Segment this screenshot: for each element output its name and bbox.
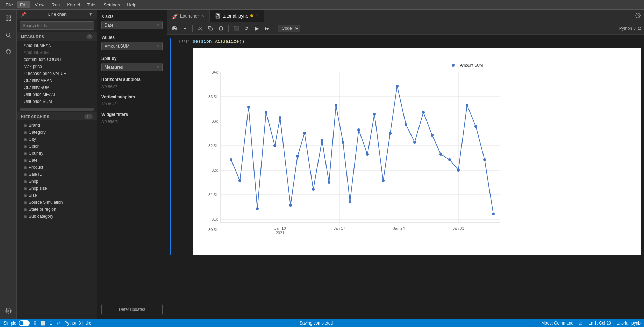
menu-edit[interactable]: Edit [17, 1, 30, 8]
cell-input[interactable]: session.visualize() [193, 37, 641, 46]
toolbar-separator-2 [228, 25, 229, 32]
list-item[interactable]: ⊞Source Simulation [17, 199, 97, 206]
hierarchy-icon: ⊞ [24, 124, 27, 127]
list-item[interactable]: Max price [17, 63, 97, 70]
menu-run[interactable]: Run [49, 1, 63, 8]
tutorial-tab-close[interactable]: × [255, 13, 258, 19]
widget-filters-label: Widget filters [101, 112, 163, 117]
menu-tabs[interactable]: Tabs [84, 1, 99, 8]
svg-rect-3 [6, 19, 8, 21]
split-by-tag[interactable]: Measures × [101, 63, 163, 71]
svg-rect-15 [220, 26, 222, 27]
measures-section-header[interactable]: MEASURES 9 [17, 32, 97, 41]
svg-point-66 [396, 85, 399, 88]
list-item[interactable]: Amount.SUM [17, 49, 97, 56]
svg-point-54 [303, 132, 306, 135]
activity-files-icon[interactable] [3, 13, 14, 24]
search-bar-container [17, 19, 97, 32]
list-item[interactable]: ⊞Sub category [17, 213, 97, 220]
restart-button[interactable]: ↺ [242, 24, 251, 33]
hierarchies-section-header[interactable]: HIERARCHIES 14 [17, 112, 97, 120]
status-num2: 1 [50, 321, 52, 326]
status-center: Saving completed [300, 321, 333, 326]
list-item[interactable]: ⊞Shop size [17, 185, 97, 192]
measures-count: 9 [86, 34, 93, 39]
list-item[interactable]: ⊞Date [17, 157, 97, 164]
values-tag[interactable]: Amount.SUM × [101, 42, 163, 50]
vertical-subplots-section: Vertical subplots No fields [101, 95, 163, 106]
svg-text:33k: 33k [212, 119, 218, 123]
menu-view[interactable]: View [32, 1, 47, 8]
list-item[interactable]: ⊞Product [17, 164, 97, 171]
svg-text:31.5k: 31.5k [208, 193, 218, 197]
activity-extensions-icon[interactable] [3, 46, 14, 57]
activity-settings-icon[interactable] [3, 305, 14, 316]
search-input[interactable] [20, 21, 94, 30]
panel-scrollbar[interactable] [20, 108, 94, 111]
list-item[interactable]: ⊞Brand [17, 122, 97, 129]
list-item[interactable]: ⊞Size [17, 192, 97, 199]
cut-button[interactable] [195, 24, 205, 33]
list-item[interactable]: ⊞Shop [17, 178, 97, 185]
svg-text:Jan 17: Jan 17 [334, 226, 345, 230]
save-button[interactable] [170, 24, 179, 33]
list-item[interactable]: ⊞Color [17, 143, 97, 150]
notebook-settings-icon[interactable] [631, 13, 644, 19]
hierarchy-icon: ⊞ [24, 152, 27, 155]
add-cell-button[interactable]: + [180, 24, 189, 33]
list-item[interactable]: ⊞State or region [17, 206, 97, 213]
values-remove-button[interactable]: × [157, 44, 159, 49]
svg-text:2021: 2021 [276, 231, 284, 235]
list-item[interactable]: Unit price.SUM [17, 98, 97, 105]
menu-help[interactable]: Help [124, 1, 139, 8]
measures-label: MEASURES [21, 35, 44, 39]
list-item[interactable]: contributors.COUNT [17, 56, 97, 63]
toggle-switch[interactable] [19, 320, 30, 326]
tab-launcher[interactable]: 🚀 Launcher × [167, 10, 210, 22]
svg-point-67 [405, 123, 407, 126]
status-icon-2: ⚙ [56, 321, 60, 326]
fast-forward-button[interactable]: ⏭ [263, 24, 272, 33]
chart-output: Amount.SUM [193, 48, 641, 255]
code-mode-select[interactable]: Code [278, 25, 300, 32]
values-label: Values [101, 35, 163, 40]
svg-point-68 [413, 141, 416, 144]
status-filename: tutorial.ipynb [617, 321, 641, 326]
list-item[interactable]: ⊞City [17, 136, 97, 143]
svg-point-75 [474, 125, 477, 128]
kernel-label: Python 3 [619, 26, 636, 31]
run-button[interactable]: ▶ [252, 24, 262, 33]
paste-button[interactable] [216, 24, 226, 33]
dropdown-arrow-icon[interactable]: ▼ [88, 12, 93, 17]
list-item[interactable]: ⊞Sale ID [17, 171, 97, 178]
x-axis-remove-button[interactable]: × [157, 23, 159, 28]
list-item[interactable]: Quantity.SUM [17, 84, 97, 91]
split-by-remove-button[interactable]: × [157, 65, 159, 70]
svg-point-72 [448, 158, 451, 161]
copy-button[interactable] [206, 24, 215, 33]
code-parens: () [239, 39, 245, 44]
hierarchy-icon: ⊞ [24, 215, 27, 218]
list-item[interactable]: Unit price.MEAN [17, 91, 97, 98]
horizontal-subplots-label: Horizontal subplots [101, 77, 163, 82]
split-by-value: Measures [105, 65, 123, 70]
menu-kernel[interactable]: Kernel [64, 1, 83, 8]
list-item[interactable]: Purchase price.VALUE [17, 70, 97, 77]
x-axis-tag[interactable]: Date × [101, 21, 163, 29]
tab-tutorial[interactable]: 📓 tutorial.ipynb × [210, 10, 264, 22]
svg-point-55 [312, 188, 315, 191]
launcher-tab-close[interactable]: × [201, 13, 204, 19]
list-item[interactable]: ⊞Country [17, 150, 97, 157]
stop-button[interactable]: ⬛ [231, 24, 241, 33]
list-item[interactable]: Quantity.MEAN [17, 77, 97, 84]
menu-file[interactable]: File [3, 1, 16, 8]
horizontal-subplots-section: Horizontal subplots No fields [101, 77, 163, 89]
launcher-tab-label: Launcher [180, 13, 199, 19]
list-item[interactable]: ⊞Category [17, 129, 97, 136]
activity-search-icon[interactable] [3, 29, 14, 41]
menu-settings[interactable]: Settings [101, 1, 123, 8]
simple-toggle[interactable]: Simple [3, 320, 30, 326]
defer-updates-button[interactable]: Defer updates [101, 304, 163, 315]
list-item[interactable]: Amount.MEAN [17, 42, 97, 49]
left-panel: 📌 Line chart ▼ MEASURES 9 Amount.MEAN Am… [17, 10, 97, 319]
